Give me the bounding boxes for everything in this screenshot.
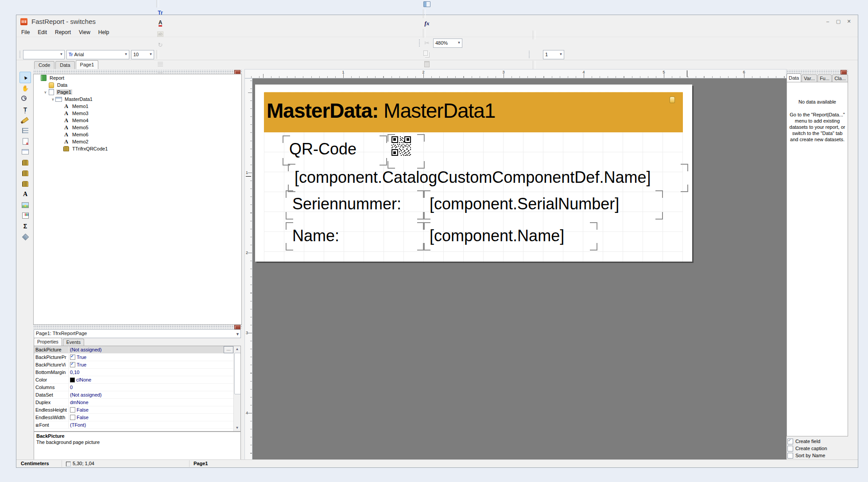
tree-item[interactable]: Page1 [34, 89, 241, 96]
menu-item[interactable]: Help [94, 28, 113, 37]
tree-item[interactable]: MasterData1 [34, 96, 241, 103]
property-row[interactable]: ⊞DataSet (Not assigned) … [34, 391, 240, 399]
toolbar-button[interactable]: Tr [155, 8, 166, 18]
tree-item[interactable]: Memo4 [34, 117, 241, 124]
toolbar-grip[interactable] [418, 39, 420, 47]
object-tool-button[interactable] [19, 189, 31, 200]
chevron-down-icon[interactable]: ▼ [236, 331, 240, 338]
chevron-down-icon[interactable]: ▼ [124, 51, 128, 57]
scroll-down-icon[interactable]: ▼ [234, 425, 240, 431]
tree-item[interactable]: Memo1 [34, 103, 241, 110]
chevron-down-icon[interactable]: ▼ [558, 51, 563, 57]
properties-tab[interactable]: Properties [34, 338, 62, 346]
scrollbar-thumb[interactable] [234, 353, 241, 394]
object-tool-button[interactable] [19, 167, 31, 179]
option-checkbox[interactable]: Create field [787, 438, 848, 445]
tree-item[interactable]: Memo2 [34, 138, 241, 145]
checkbox-icon[interactable] [787, 453, 793, 459]
object-tool-button[interactable] [19, 82, 31, 94]
object-tool-button[interactable] [19, 104, 31, 115]
ellipsis-button[interactable]: … [224, 346, 233, 353]
expander-icon[interactable] [43, 90, 48, 94]
data-panel-tab[interactable]: Fu... [818, 74, 832, 82]
toolbar-button[interactable] [155, 39, 166, 50]
object-tool-button[interactable] [19, 157, 31, 168]
expander-icon[interactable] [50, 97, 55, 101]
tree-item[interactable]: Data [34, 81, 241, 89]
masterdata-band[interactable]: MasterData: MasterData1 [264, 92, 683, 132]
data-panel-tab[interactable]: Data [787, 73, 801, 82]
toolbar-button[interactable] [155, 29, 166, 39]
style-combo[interactable]: ▼ [23, 50, 65, 59]
chevron-down-icon[interactable]: ▼ [59, 51, 64, 57]
chevron-down-icon[interactable]: ▼ [148, 51, 153, 57]
expand-icon[interactable]: ⊞ [35, 423, 39, 428]
object-tool-button[interactable] [19, 135, 31, 147]
memo-name-label[interactable]: Name: [289, 224, 422, 248]
object-tool-button[interactable] [19, 146, 31, 158]
property-row[interactable]: ⊞Columns 0 … [34, 384, 240, 391]
font-family-combo[interactable]: Tr Arial ▼ [66, 50, 129, 59]
properties-tab[interactable]: Events [63, 339, 84, 346]
checkbox-icon[interactable] [70, 407, 75, 413]
object-tool-button[interactable] [19, 199, 31, 211]
scroll-up-icon[interactable]: ▲ [234, 346, 240, 352]
object-tool-button[interactable] [19, 231, 31, 243]
toolbar-button[interactable] [422, 0, 432, 9]
memo-name-value[interactable]: [component.Name] [426, 224, 594, 248]
checkbox-icon[interactable] [787, 439, 793, 444]
checkbox-icon[interactable] [787, 446, 793, 451]
object-tool-button[interactable] [19, 125, 31, 136]
menu-item[interactable]: File [17, 28, 34, 37]
toolbar-button[interactable] [422, 59, 432, 69]
object-tool-button[interactable] [19, 114, 31, 126]
option-checkbox[interactable]: Sort by Name [787, 452, 848, 459]
data-panel-tab[interactable]: Cla... [832, 74, 848, 82]
tree-item[interactable]: Report [34, 74, 241, 81]
checkbox-icon[interactable] [70, 362, 75, 367]
memo-component-name[interactable]: [component.CatalogCustomComponentDef.Nam… [291, 166, 685, 190]
panel-grip[interactable] [33, 325, 242, 328]
object-tool-button[interactable] [19, 220, 31, 232]
checkbox-icon[interactable] [70, 355, 75, 360]
font-size-combo[interactable]: 10 ▼ [131, 50, 154, 59]
maximize-button[interactable]: ▢ [834, 17, 843, 25]
menu-item[interactable]: Report [51, 28, 75, 37]
report-page[interactable]: MasterData: MasterData1 QR-Code [255, 85, 692, 262]
tree-item[interactable]: Memo3 [34, 110, 241, 117]
memo-qr-label[interactable]: QR-Code [286, 138, 384, 163]
property-row[interactable]: ⊞BackPicture (Not assigned) … [34, 346, 240, 354]
design-tab[interactable]: Data [55, 61, 74, 69]
object-tool-button[interactable] [19, 93, 31, 104]
menu-item[interactable]: Edit [34, 28, 51, 37]
tree-item[interactable]: TTrifrxQRCode1 [34, 145, 241, 152]
toolbar-button[interactable] [422, 38, 432, 48]
close-panel-icon[interactable] [234, 325, 240, 329]
object-tool-button[interactable] [19, 210, 31, 221]
property-grid-scrollbar[interactable]: ▲ ▼ [233, 346, 240, 431]
data-panel-tab[interactable]: Var... [802, 74, 817, 82]
option-checkbox[interactable]: Create caption [787, 445, 848, 452]
memo-serial-label[interactable]: Seriennummer: [289, 193, 422, 217]
memo-serial-value[interactable]: [component.SerialNumber] [426, 193, 660, 217]
toolbar-button[interactable]: A [155, 18, 166, 29]
toolbar-button[interactable] [531, 0, 542, 9]
toolbar-button[interactable] [422, 18, 432, 29]
toolbar-button[interactable] [531, 9, 542, 20]
property-row[interactable]: ⊞EndlessWidth False … [34, 414, 240, 421]
toolbar-grip[interactable] [528, 50, 530, 58]
property-row[interactable]: ⊞EndlessHeight False … [34, 406, 240, 414]
panel-grip[interactable] [787, 70, 848, 73]
menu-item[interactable]: View [75, 28, 94, 37]
property-row[interactable]: ⊞Font (TFont) … [34, 421, 240, 429]
design-tab[interactable]: Page1 [76, 60, 99, 69]
line-width-combo[interactable]: 1 ▼ [543, 50, 564, 59]
property-row[interactable]: ⊞Duplex dmNone … [34, 399, 240, 406]
chevron-down-icon[interactable]: ▼ [457, 40, 461, 46]
checkbox-icon[interactable] [70, 415, 75, 420]
toolbar-button[interactable] [531, 20, 542, 31]
qrcode-object[interactable] [391, 136, 422, 166]
property-row[interactable]: ⊞BottomMargin 0,10 … [34, 369, 240, 376]
toolbar-button[interactable] [531, 50, 542, 61]
toolbar-grip[interactable] [19, 50, 21, 58]
